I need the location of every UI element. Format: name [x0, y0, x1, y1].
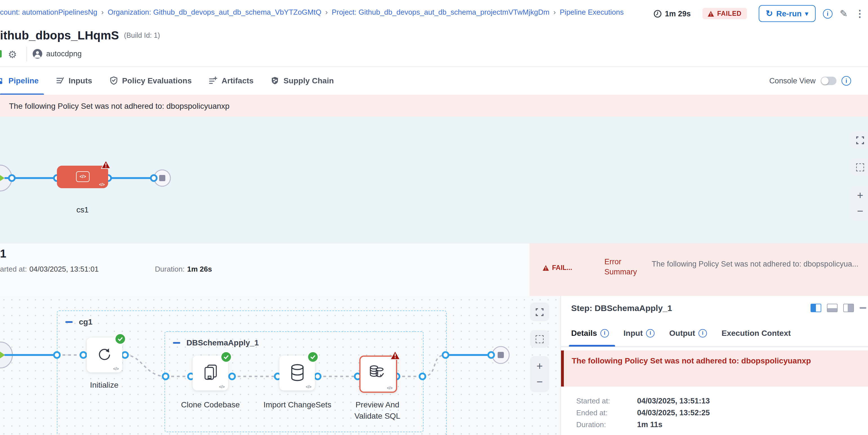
port[interactable]	[54, 352, 60, 358]
code-tag-icon: </>	[306, 385, 311, 389]
tab-artifacts[interactable]: Artifacts	[209, 76, 254, 85]
code-tag-icon: </>	[99, 183, 105, 187]
breadcrumb-chevron-icon: ›	[101, 8, 104, 16]
tab-pipeline[interactable]: Pipeline	[0, 76, 39, 85]
fullscreen-button[interactable]	[850, 131, 868, 149]
panel-layout-controls	[810, 304, 866, 312]
success-badge-icon	[307, 351, 319, 363]
stop-icon	[159, 175, 165, 181]
step-node-preview-validate-sql[interactable]: </>	[360, 355, 397, 393]
stage-graph-canvas[interactable]: </> </> cs1 + −	[0, 117, 868, 243]
port[interactable]	[151, 175, 157, 181]
breadcrumb-project[interactable]: Project: Github_db_devops_aut_db_schema_…	[332, 8, 550, 16]
breadcrumb-pipeline-executions[interactable]: Pipeline Executions	[560, 8, 624, 16]
warning-triangle-icon	[708, 10, 714, 17]
tab-supply-chain-label: Supply Chain	[283, 76, 334, 85]
step-node-import-changesets[interactable]: </>	[279, 355, 315, 391]
preview-validate-sql-icon	[368, 364, 386, 382]
input-info-icon[interactable]: i	[646, 329, 654, 337]
breadcrumb-account[interactable]: count: automationPipelinesNg	[0, 8, 97, 16]
breadcrumb-organization[interactable]: Organization: Github_db_devops_aut_db_sc…	[107, 8, 321, 16]
stage-node-cs1[interactable]: </> </>	[57, 166, 108, 188]
started-at-label: arted at:	[0, 265, 27, 273]
started-at-value: 04/03/2025, 13:51:01	[29, 265, 99, 273]
pipeline-execution-page: count: automationPipelinesNg › Organizat…	[0, 0, 868, 435]
panel-tab-execution-context[interactable]: Execution Context	[721, 329, 791, 338]
fail-chip-label: FAIL...	[552, 264, 572, 272]
inputs-icon	[56, 76, 64, 85]
port[interactable]	[163, 374, 169, 379]
gear-icon[interactable]: ⚙	[8, 49, 17, 61]
tab-bar: Pipeline Inputs Policy Evaluations	[0, 66, 868, 96]
marquee-select-button[interactable]	[530, 330, 549, 348]
panel-tab-details[interactable]: Details i	[571, 329, 609, 338]
fail-chip: FAIL...	[542, 264, 572, 272]
failed-badge-icon	[101, 160, 111, 169]
marquee-icon	[536, 335, 544, 343]
layout-split-bottom-icon[interactable]	[827, 304, 838, 312]
port[interactable]	[488, 352, 494, 358]
rerun-button[interactable]: ↻ Re-run ▾	[758, 5, 815, 22]
port[interactable]	[420, 374, 426, 379]
step-node-initialize[interactable]: </>	[87, 338, 122, 372]
tab-supply-chain[interactable]: Supply Chain	[270, 76, 334, 85]
toggle-knob	[821, 77, 829, 85]
duration-value: 1m 26s	[187, 265, 212, 273]
tab-inputs[interactable]: Inputs	[56, 76, 92, 85]
panel-tab-input[interactable]: Input i	[624, 329, 654, 338]
error-summary-label: Error Summary	[604, 257, 641, 277]
port[interactable]	[122, 352, 128, 358]
minimize-icon[interactable]	[860, 307, 866, 309]
step-label-import-changesets: Import ChangeSets	[261, 399, 334, 410]
tab-policy-evaluations[interactable]: Policy Evaluations	[109, 76, 191, 85]
code-tag-icon: </>	[113, 367, 119, 371]
kebab-menu-icon[interactable]: ⋮	[855, 8, 865, 20]
step-panel-title: Step: DBSchemaApply_1	[571, 303, 672, 313]
panel-tab-input-label: Input	[624, 329, 643, 338]
port[interactable]	[9, 175, 15, 181]
port[interactable]	[315, 374, 321, 379]
refresh-icon: ↻	[766, 8, 773, 19]
execution-graph-canvas[interactable]: cg1 DBSchemaApply_1	[0, 296, 560, 435]
port[interactable]	[229, 374, 235, 379]
step-node-clone-codebase[interactable]: </>	[193, 355, 228, 391]
layout-split-left-icon[interactable]	[810, 304, 821, 312]
port[interactable]	[443, 352, 448, 358]
username: autocdpng	[46, 50, 82, 58]
edit-pencil-icon[interactable]: ✎	[840, 8, 848, 20]
console-view-toggle[interactable]	[821, 76, 836, 85]
zoom-in-button[interactable]: +	[857, 188, 863, 204]
clone-codebase-icon	[203, 364, 219, 381]
step-detail-panel: Step: DBSchemaApply_1 Details i Input i …	[560, 296, 868, 435]
policy-violation-banner: The following Policy Set was not adhered…	[0, 95, 868, 117]
zoom-in-button[interactable]: +	[536, 359, 543, 374]
rerun-label: Re-run	[776, 9, 802, 18]
shield-check-icon	[109, 76, 118, 85]
panel-tab-output[interactable]: Output i	[669, 329, 707, 338]
detail-row-ended: Ended at: 04/03/2025, 13:52:25	[576, 407, 710, 419]
layout-split-right-icon[interactable]	[843, 304, 854, 312]
error-summary-area: FAIL... Error Summary The following Poli…	[529, 243, 868, 297]
zoom-out-button[interactable]: −	[536, 374, 543, 390]
build-id: (Build Id: 1)	[124, 32, 160, 39]
code-tag-icon: </>	[219, 385, 225, 389]
output-info-icon[interactable]: i	[699, 329, 707, 337]
avatar[interactable]	[33, 49, 42, 59]
stage-times: arted at: 04/03/2025, 13:51:01 Duration:…	[0, 264, 212, 274]
import-changesets-icon	[289, 364, 306, 382]
policy-banner-text: The following Policy Set was not adhered…	[9, 101, 229, 110]
fullscreen-icon	[856, 136, 864, 144]
info-icon[interactable]: i	[823, 9, 833, 18]
step-panel-tabs: Details i Input i Output i Execution Con…	[571, 329, 791, 338]
console-view-info-icon[interactable]: i	[841, 76, 851, 86]
port[interactable]	[81, 352, 87, 358]
zoom-out-button[interactable]: −	[857, 204, 863, 219]
fullscreen-icon	[536, 308, 544, 316]
marquee-select-button[interactable]	[850, 158, 868, 176]
panel-tab-output-label: Output	[669, 329, 695, 338]
elapsed-time: 1m 29s	[654, 9, 691, 18]
fullscreen-button[interactable]	[530, 303, 549, 321]
status-badge-label: FAILED	[717, 10, 742, 17]
tab-pipeline-label: Pipeline	[8, 76, 39, 85]
details-info-icon[interactable]: i	[600, 329, 609, 337]
